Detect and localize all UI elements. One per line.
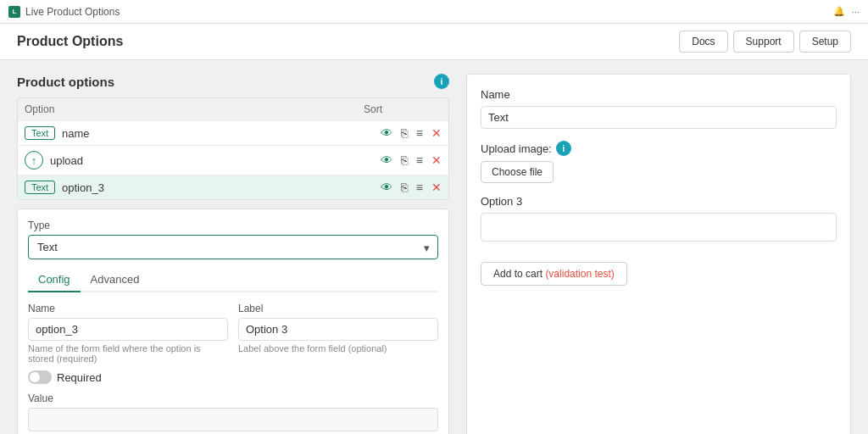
menu-icon[interactable]: ≡ — [416, 181, 423, 194]
value-area[interactable] — [28, 408, 438, 431]
name-field-hint: Name of the form field where the option … — [28, 343, 228, 364]
support-button[interactable]: Support — [733, 31, 794, 53]
info-icon[interactable]: i — [434, 74, 449, 89]
section-title: Product options — [17, 75, 114, 89]
app-header: Product Options Docs Support Setup — [0, 24, 868, 60]
menu-icon[interactable]: ≡ — [416, 126, 423, 140]
tab-advanced[interactable]: Advanced — [81, 268, 150, 292]
setup-button[interactable]: Setup — [799, 31, 851, 53]
required-row: Required — [28, 370, 438, 384]
row-actions-option3: 👁 ⎘ ≡ ✕ — [381, 181, 442, 194]
add-to-cart-button[interactable]: Add to cart (validation test) — [481, 262, 627, 286]
preview-option3-group: Option 3 — [481, 195, 837, 242]
name-field-label: Name — [28, 303, 228, 314]
name-label-row: Name Name of the form field where the op… — [28, 303, 438, 364]
preview-upload-label: Upload image: i — [481, 141, 837, 156]
required-label: Required — [57, 371, 102, 384]
copy-icon[interactable]: ⎘ — [401, 126, 408, 140]
upload-info-icon[interactable]: i — [556, 141, 571, 156]
eye-icon[interactable]: 👁 — [381, 181, 392, 194]
toggle-dot — [30, 372, 40, 382]
options-table: Option Sort Text name 👁 ⎘ ≡ ✕ ↑ upload — [17, 97, 449, 200]
type-badge-name: Text — [25, 126, 55, 140]
required-toggle[interactable] — [28, 370, 52, 384]
eye-icon[interactable]: 👁 — [381, 153, 392, 167]
preview-name-input[interactable] — [481, 106, 837, 129]
add-to-cart-label: Add to cart — [493, 268, 542, 280]
table-row[interactable]: ↑ upload 👁 ⎘ ≡ ✕ — [18, 146, 448, 175]
delete-icon[interactable]: ✕ — [431, 181, 442, 194]
value-label: Value — [28, 392, 438, 404]
preview-name-group: Name — [481, 88, 837, 129]
row-actions-name: 👁 ⎘ ≡ ✕ — [381, 126, 442, 140]
section-header: Product options i — [17, 74, 449, 89]
right-panel: Name Upload image: i Choose file Option … — [466, 74, 851, 434]
delete-icon[interactable]: ✕ — [431, 126, 442, 140]
upload-type-icon: ↑ — [25, 151, 43, 170]
config-tabs: Config Advanced — [28, 268, 438, 292]
col-option-header: Option — [25, 103, 364, 115]
docs-button[interactable]: Docs — [679, 31, 727, 53]
label-input[interactable] — [238, 318, 438, 341]
type-row: Type Text File Upload Checkbox Select ▾ — [28, 220, 438, 259]
row-actions-upload: 👁 ⎘ ≡ ✕ — [381, 153, 442, 167]
title-bar: L Live Product Options 🔔 ··· — [0, 0, 868, 24]
app-logo: L — [8, 6, 20, 18]
name-input[interactable] — [28, 318, 228, 341]
main-content: Product options i Option Sort Text name … — [0, 60, 868, 434]
eye-icon[interactable]: 👁 — [381, 126, 392, 140]
type-badge-option3: Text — [25, 181, 55, 194]
option-name-upload: upload — [50, 154, 372, 167]
menu-icon[interactable]: ≡ — [416, 153, 423, 167]
delete-icon[interactable]: ✕ — [431, 153, 442, 167]
table-header: Option Sort — [18, 98, 448, 121]
upload-label-text: Upload image: — [481, 142, 552, 155]
preview-option3-label: Option 3 — [481, 195, 837, 208]
label-field-group: Label Label above the form field (option… — [238, 303, 438, 364]
type-select-wrapper: Text File Upload Checkbox Select ▾ — [28, 235, 438, 259]
option-name-name: name — [62, 127, 372, 140]
config-section: Type Text File Upload Checkbox Select ▾ … — [17, 209, 449, 434]
table-row[interactable]: Text name 👁 ⎘ ≡ ✕ — [18, 121, 448, 146]
name-field-group: Name Name of the form field where the op… — [28, 303, 228, 364]
label-field-label: Label — [238, 303, 438, 314]
label-field-hint: Label above the form field (optional) — [238, 343, 438, 353]
tab-config[interactable]: Config — [28, 268, 81, 292]
page-title: Product Options — [17, 34, 123, 49]
title-bar-right: 🔔 ··· — [833, 6, 860, 17]
left-panel: Product options i Option Sort Text name … — [17, 74, 449, 434]
preview-name-label: Name — [481, 88, 837, 101]
type-select[interactable]: Text File Upload Checkbox Select — [28, 235, 438, 259]
value-field-group: Value Initial value of the option — [28, 392, 438, 434]
preview-upload-group: Upload image: i Choose file — [481, 141, 837, 183]
copy-icon[interactable]: ⎘ — [401, 153, 408, 167]
col-sort-header: Sort — [364, 103, 382, 115]
type-label: Type — [28, 220, 438, 231]
more-icon[interactable]: ··· — [852, 7, 860, 17]
choose-file-button[interactable]: Choose file — [481, 161, 554, 183]
title-bar-left: L Live Product Options — [8, 6, 120, 18]
validation-text: (validation test) — [545, 268, 614, 280]
preview-option3-input[interactable] — [481, 213, 837, 242]
option-name-option3: option_3 — [62, 181, 372, 194]
table-row[interactable]: Text option_3 👁 ⎘ ≡ ✕ — [18, 175, 448, 199]
header-buttons: Docs Support Setup — [679, 31, 851, 53]
app-name: Live Product Options — [25, 6, 120, 18]
copy-icon[interactable]: ⎘ — [401, 181, 408, 194]
bell-icon[interactable]: 🔔 — [833, 6, 845, 17]
